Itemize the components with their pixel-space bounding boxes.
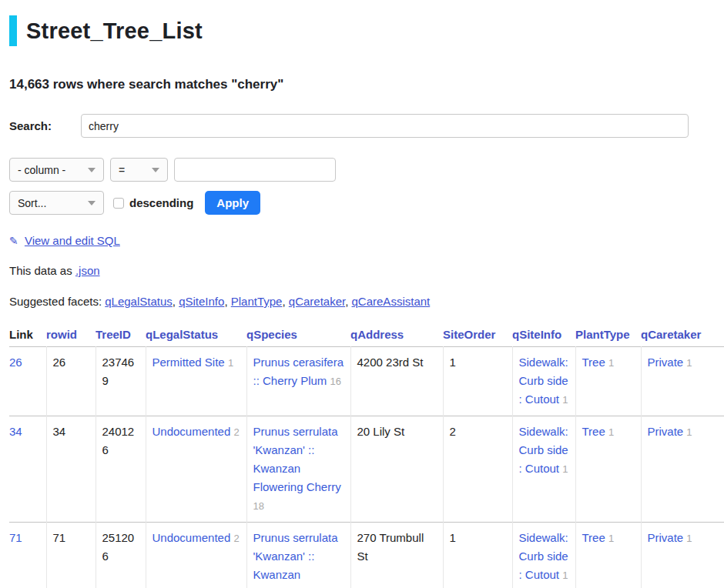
sql-link-row: ✎ View and edit SQL [9, 234, 724, 247]
apply-button[interactable]: Apply [205, 191, 260, 215]
facet-link-qcareassistant[interactable]: qCareAssistant [352, 295, 431, 308]
search-form: Search: [9, 114, 724, 138]
json-link[interactable]: .json [75, 264, 100, 277]
cell-qaddress: 20 Lily St [350, 416, 443, 523]
cell-qaddress: 4200 23rd St [350, 347, 443, 416]
facet-link-planttype[interactable]: PlantType [231, 295, 283, 308]
row-count-summary: 14,663 rows where search matches "cherry… [9, 77, 724, 92]
row-link[interactable]: 26 [9, 356, 22, 369]
facet-count: 16 [330, 376, 341, 387]
results-table: Link rowid TreeID qLegalStatus qSpecies … [9, 325, 724, 588]
search-input[interactable] [81, 114, 689, 138]
facets-row: Suggested facets: qLegalStatus, qSiteInf… [9, 295, 724, 308]
facet-count: 1 [608, 426, 614, 438]
table-row: 34 34 240126 Undocumented 2 Prunus serru… [9, 416, 724, 523]
filter-value-input[interactable] [174, 158, 336, 182]
cell-planttype-link[interactable]: Tree [582, 356, 605, 369]
filter-row: - column - = [9, 158, 724, 182]
cell-rowid: 26 [46, 347, 96, 416]
cell-qaddress: 270 Trumbull St [350, 523, 443, 588]
column-header-qaddress[interactable]: qAddress [350, 325, 443, 347]
column-header-rowid[interactable]: rowid [46, 325, 96, 347]
column-header-qcaretaker[interactable]: qCaretaker [641, 325, 724, 347]
column-select[interactable]: - column - [9, 158, 104, 182]
cell-qcaretaker-link[interactable]: Private [648, 425, 684, 438]
column-header-treeid[interactable]: TreeID [96, 325, 146, 347]
descending-checkbox[interactable] [113, 198, 124, 209]
column-header-qlegalstatus[interactable]: qLegalStatus [146, 325, 246, 347]
chevron-down-icon [88, 201, 96, 205]
data-as-row: This data as .json [9, 264, 724, 277]
facet-count: 1 [608, 533, 614, 544]
chevron-down-icon [152, 168, 159, 172]
facet-count: 18 [253, 500, 264, 512]
column-select-value: - column - [18, 164, 65, 176]
facet-count: 2 [233, 426, 239, 438]
table-row: 26 26 237469 Permitted Site 1 Prunus cer… [9, 347, 724, 416]
sort-select-value: Sort... [18, 197, 46, 209]
table-header-row: Link rowid TreeID qLegalStatus qSpecies … [9, 325, 724, 347]
column-header-planttype[interactable]: PlantType [575, 325, 641, 347]
facet-count: 1 [686, 533, 692, 544]
column-header-link: Link [9, 325, 46, 347]
cell-qcaretaker-link[interactable]: Private [648, 356, 684, 369]
cell-qspecies-link[interactable]: Prunus serrulata 'Kwanzan' :: Kwanzan Fl… [253, 531, 341, 588]
sort-row: Sort... descending Apply [9, 191, 724, 215]
cell-planttype-link[interactable]: Tree [582, 425, 605, 438]
table-row: 71 71 251206 Undocumented 2 Prunus serru… [9, 523, 724, 588]
facet-count: 1 [686, 426, 692, 438]
facet-link-qcaretaker[interactable]: qCaretaker [289, 295, 345, 308]
row-link[interactable]: 34 [9, 425, 22, 438]
row-link[interactable]: 71 [9, 531, 22, 544]
separator: , [224, 295, 230, 308]
cell-qcaretaker-link[interactable]: Private [648, 531, 684, 544]
cell-rowid: 34 [46, 416, 96, 523]
facet-count: 1 [686, 357, 692, 369]
separator: , [282, 295, 288, 308]
cell-qsiteinfo-link[interactable]: Sidewalk: Curb side : Cutout [519, 356, 568, 406]
operator-select-value: = [119, 164, 125, 176]
operator-select[interactable]: = [110, 158, 168, 182]
cell-qlegalstatus-link[interactable]: Undocumented [153, 531, 231, 544]
pencil-icon: ✎ [9, 235, 18, 247]
cell-qsiteinfo-link[interactable]: Sidewalk: Curb side : Cutout [519, 531, 568, 581]
cell-rowid: 71 [46, 523, 96, 588]
facet-count: 1 [562, 570, 568, 581]
column-header-siteorder[interactable]: SiteOrder [443, 325, 512, 347]
facet-link-qsiteinfo[interactable]: qSiteInfo [179, 295, 224, 308]
facet-count: 1 [562, 394, 568, 406]
facets-prefix: Suggested facets: [9, 295, 105, 308]
page-title: Street_Tree_List [26, 15, 203, 46]
data-as-prefix: This data as [9, 264, 75, 277]
facet-count: 1 [228, 357, 233, 369]
cell-siteorder: 1 [443, 523, 512, 588]
separator: , [173, 295, 179, 308]
sort-select[interactable]: Sort... [9, 191, 104, 215]
separator: , [345, 295, 351, 308]
page: Street_Tree_List 14,663 rows where searc… [0, 15, 724, 588]
cell-qspecies-link[interactable]: Prunus serrulata 'Kwanzan' :: Kwanzan Fl… [253, 425, 341, 493]
accent-bar [9, 15, 17, 46]
cell-qlegalstatus-link[interactable]: Undocumented [153, 425, 231, 438]
column-header-qspecies[interactable]: qSpecies [246, 325, 350, 347]
cell-treeid: 237469 [96, 347, 146, 416]
column-header-qsiteinfo[interactable]: qSiteInfo [512, 325, 575, 347]
facet-link-qlegalstatus[interactable]: qLegalStatus [105, 295, 173, 308]
cell-treeid: 240126 [96, 416, 146, 523]
view-edit-sql-link[interactable]: View and edit SQL [25, 234, 120, 247]
descending-label: descending [129, 196, 193, 209]
search-label: Search: [9, 119, 81, 132]
cell-qsiteinfo-link[interactable]: Sidewalk: Curb side : Cutout [519, 425, 568, 475]
cell-qlegalstatus-link[interactable]: Permitted Site [153, 356, 225, 369]
cell-planttype-link[interactable]: Tree [582, 531, 605, 544]
cell-treeid: 251206 [96, 523, 146, 588]
facet-count: 1 [608, 357, 614, 369]
cell-siteorder: 2 [443, 416, 512, 523]
facet-count: 2 [233, 533, 239, 544]
page-header: Street_Tree_List [9, 15, 724, 46]
facet-count: 1 [562, 463, 568, 475]
chevron-down-icon [88, 168, 96, 172]
cell-siteorder: 1 [443, 347, 512, 416]
